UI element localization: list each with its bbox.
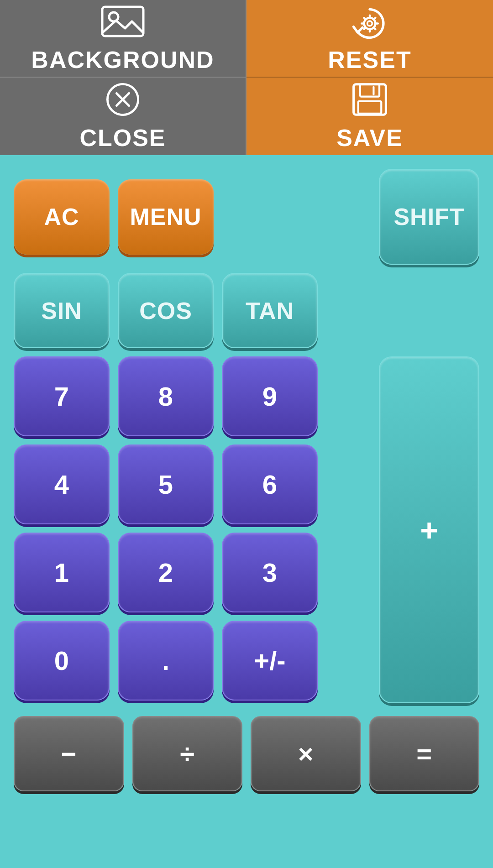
equals-button[interactable]: = xyxy=(369,716,480,791)
ac-button[interactable]: AC xyxy=(14,179,110,255)
svg-line-9 xyxy=(374,27,376,29)
close-icon xyxy=(100,81,146,120)
plus-button[interactable]: + xyxy=(379,356,479,703)
svg-line-11 xyxy=(364,27,366,29)
divide-button[interactable]: ÷ xyxy=(132,716,243,791)
calculator-body: AC MENU SHIFT SIN COS TAN 7 8 9 4 5 6 xyxy=(0,155,493,800)
menu-button[interactable]: MENU xyxy=(118,179,214,255)
svg-line-10 xyxy=(374,18,376,20)
five-button[interactable]: 5 xyxy=(118,444,214,524)
reset-icon xyxy=(347,3,393,42)
background-button[interactable]: BACKGROUND xyxy=(0,0,246,78)
svg-rect-17 xyxy=(358,101,382,114)
plus-col: + xyxy=(379,356,479,703)
top-menu: BACKGROUND RESET xyxy=(0,0,493,155)
close-button[interactable]: CLOSE xyxy=(0,78,246,155)
nine-button[interactable]: 9 xyxy=(222,356,318,436)
background-label: BACKGROUND xyxy=(31,46,214,73)
row-ac-menu-shift: AC MENU SHIFT xyxy=(14,169,479,265)
plus-minus-button[interactable]: +/- xyxy=(222,621,318,701)
six-button[interactable]: 6 xyxy=(222,444,318,524)
tan-button[interactable]: TAN xyxy=(222,273,318,348)
cos-button[interactable]: COS xyxy=(118,273,214,348)
row-operators: − ÷ × = xyxy=(14,716,479,791)
reset-button[interactable]: RESET xyxy=(246,0,493,78)
background-icon xyxy=(100,3,146,42)
shift-button[interactable]: SHIFT xyxy=(379,169,479,265)
svg-rect-16 xyxy=(360,84,379,97)
dot-button[interactable]: . xyxy=(118,621,214,701)
one-button[interactable]: 1 xyxy=(14,533,110,612)
number-columns: 7 8 9 4 5 6 1 2 3 0 . +/- xyxy=(14,356,371,703)
save-label: SAVE xyxy=(336,124,403,152)
save-button[interactable]: SAVE xyxy=(246,78,493,155)
row-1-2-3: 1 2 3 xyxy=(14,533,371,612)
svg-rect-0 xyxy=(102,7,143,36)
seven-button[interactable]: 7 xyxy=(14,356,110,436)
eight-button[interactable]: 8 xyxy=(118,356,214,436)
sin-button[interactable]: SIN xyxy=(14,273,110,348)
row-0-dot-plusminus: 0 . +/- xyxy=(14,621,371,701)
three-button[interactable]: 3 xyxy=(222,533,318,612)
svg-line-8 xyxy=(364,18,366,20)
row-sin-cos-tan: SIN COS TAN xyxy=(14,273,479,348)
number-grid-area: 7 8 9 4 5 6 1 2 3 0 . +/- xyxy=(14,356,479,703)
four-button[interactable]: 4 xyxy=(14,444,110,524)
zero-button[interactable]: 0 xyxy=(14,621,110,701)
row-4-5-6: 4 5 6 xyxy=(14,444,371,524)
minus-button[interactable]: − xyxy=(14,716,124,791)
close-label: CLOSE xyxy=(79,124,166,152)
reset-label: RESET xyxy=(328,46,411,73)
two-button[interactable]: 2 xyxy=(118,533,214,612)
svg-point-3 xyxy=(367,21,372,26)
save-icon xyxy=(347,81,393,120)
multiply-button[interactable]: × xyxy=(251,716,361,791)
row-7-8-9: 7 8 9 xyxy=(14,356,371,436)
